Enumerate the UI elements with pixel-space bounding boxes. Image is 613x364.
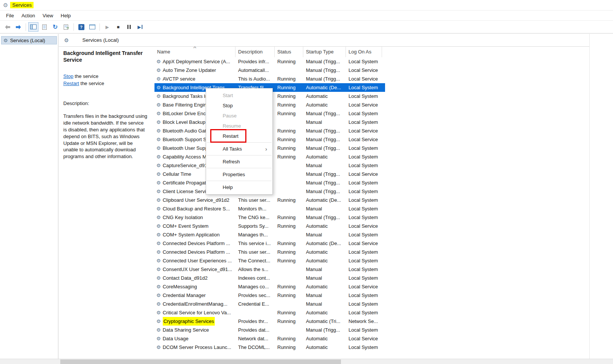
column-header-log-on-as[interactable]: Log On As: [346, 47, 382, 57]
service-startup-type: Manual: [303, 265, 346, 274]
restart-service-link[interactable]: Restart: [63, 81, 79, 86]
table-row[interactable]: ⚙AppX Deployment Service (A...Provides i…: [154, 57, 385, 66]
document-list-icon: [42, 24, 47, 30]
service-status: Running: [275, 317, 303, 326]
export-button[interactable]: [61, 22, 71, 32]
context-menu-item-label: Properties: [223, 172, 245, 177]
service-logon-as: Local Service: [346, 239, 382, 248]
context-menu-item-refresh[interactable]: Refresh: [206, 157, 272, 167]
service-logon-as: Local System: [346, 256, 382, 265]
service-logon-as: Local System: [346, 196, 382, 204]
column-header-description[interactable]: Description: [235, 47, 275, 57]
menu-file[interactable]: File: [2, 12, 18, 20]
service-name-cell: ⚙Clipboard User Service_d91d2: [154, 196, 235, 204]
service-status: [275, 230, 303, 239]
service-name-text: Cloud Backup and Restore S...: [163, 204, 230, 213]
table-row[interactable]: ⚙Connected Devices Platform ...This serv…: [154, 239, 385, 248]
table-row[interactable]: ⚙Data UsageNetwork dat...RunningAutomati…: [154, 334, 385, 343]
back-button[interactable]: [2, 22, 12, 32]
table-row[interactable]: ⚙AVCTP serviceThis is Audio...RunningMan…: [154, 75, 385, 83]
table-row[interactable]: ⚙CoreMessagingManages co...RunningAutoma…: [154, 282, 385, 291]
service-status: [275, 204, 303, 213]
context-menu-item-stop[interactable]: Stop: [206, 101, 272, 111]
service-startup-type: Automatic: [303, 152, 346, 161]
service-status: Running: [275, 101, 303, 109]
horizontal-scrollbar[interactable]: [0, 359, 613, 364]
service-name-cell: ⚙Auto Time Zone Updater: [154, 66, 235, 75]
context-menu-item-label: Restart: [223, 133, 238, 139]
service-logon-as: Local Service: [346, 126, 382, 135]
table-row[interactable]: ⚙COM+ Event SystemSupports Sy...RunningA…: [154, 222, 385, 230]
service-logon-as: Local System: [346, 161, 382, 170]
service-startup-type: Automatic: [303, 222, 346, 230]
service-status: [275, 66, 303, 75]
service-name-text: Cellular Time: [163, 170, 191, 178]
table-row[interactable]: ⚙Credential ManagerProvides sec...Runnin…: [154, 291, 385, 300]
service-startup-type: Manual (Trigg...: [303, 170, 346, 178]
menu-view[interactable]: View: [39, 12, 57, 20]
service-logon-as: Local System: [346, 109, 382, 118]
console-tree-toggle-button[interactable]: [28, 22, 38, 32]
export-list-button[interactable]: [39, 22, 49, 32]
action-pane-toggle-button[interactable]: [87, 22, 97, 32]
pause-service-button[interactable]: [124, 22, 134, 32]
service-gear-icon: ⚙: [156, 267, 161, 272]
service-startup-type: Manual (Trigg...: [303, 126, 346, 135]
service-status: [275, 326, 303, 334]
service-gear-icon: ⚙: [156, 128, 161, 133]
table-row[interactable]: ⚙Cloud Backup and Restore S...Monitors t…: [154, 204, 385, 213]
stop-service-link[interactable]: Stop: [63, 73, 73, 79]
table-row[interactable]: ⚙ConsentUX User Service_d91...Allows the…: [154, 265, 385, 274]
service-name-text: Auto Time Zone Updater: [163, 66, 216, 75]
table-row[interactable]: ⚙Clipboard User Service_d91d2This user s…: [154, 196, 385, 204]
service-name-cell: ⚙COM+ Event System: [154, 222, 235, 230]
service-description: Indexes cont...: [235, 274, 275, 282]
services-gear-icon: ⚙: [64, 38, 69, 43]
column-header-name[interactable]: ∧ Name: [154, 47, 235, 57]
service-gear-icon: ⚙: [156, 310, 161, 315]
menu-help[interactable]: Help: [57, 12, 75, 20]
table-row[interactable]: ⚙Connected User Experiences ...The Conne…: [154, 256, 385, 265]
column-header-startup-type[interactable]: Startup Type: [303, 47, 346, 57]
service-name-text: Cryptographic Services: [163, 317, 215, 326]
table-row[interactable]: ⚙Cryptographic ServicesProvides thr...Ru…: [154, 317, 385, 326]
service-name-text: Certificate Propagation: [163, 178, 212, 187]
context-menu-item-all-tasks[interactable]: All Tasks›: [206, 144, 272, 154]
forward-button[interactable]: [13, 22, 23, 32]
context-menu-item-help[interactable]: Help: [206, 182, 272, 192]
sidebar-item-services-local[interactable]: ⚙ Services (Local): [1, 36, 57, 44]
service-startup-type: Manual (Trigg...: [303, 178, 346, 187]
stop-service-button[interactable]: ■: [113, 22, 123, 32]
service-description: The Connect...: [235, 256, 275, 265]
tab-services-local[interactable]: ⚙ Services (Local): [64, 37, 119, 43]
service-name-text: Clipboard User Service_d91d2: [163, 196, 229, 204]
refresh-button[interactable]: ↻: [50, 22, 60, 32]
restart-service-button[interactable]: ▶: [135, 22, 145, 32]
context-menu-item-properties[interactable]: Properties: [206, 169, 272, 180]
service-name-text: Base Filtering Engine: [163, 101, 209, 109]
service-logon-as: Local System: [346, 326, 382, 334]
service-logon-as: Local System: [346, 213, 382, 222]
start-service-button[interactable]: ▶: [102, 22, 112, 32]
table-row[interactable]: ⚙DCOM Server Process Launc...The DCOML..…: [154, 343, 385, 352]
service-status: Running: [275, 308, 303, 317]
table-row[interactable]: ⚙CredentialEnrollmentManag...Credential …: [154, 300, 385, 308]
service-name-cell: ⚙Connected User Experiences ...: [154, 256, 235, 265]
service-gear-icon: ⚙: [156, 172, 161, 177]
table-row[interactable]: ⚙COM+ System ApplicationManages th...Man…: [154, 230, 385, 239]
table-row[interactable]: ⚙Data Sharing ServiceProvides dat...Manu…: [154, 326, 385, 334]
column-header-status[interactable]: Status: [275, 47, 303, 57]
table-row[interactable]: ⚙CNG Key IsolationThe CNG ke...RunningMa…: [154, 213, 385, 222]
table-row[interactable]: ⚙Connected Devices Platform ...This user…: [154, 248, 385, 256]
table-row[interactable]: ⚙Contact Data_d91d2Indexes cont...Manual…: [154, 274, 385, 282]
document-export-icon: [64, 24, 69, 30]
service-startup-type: Manual: [303, 230, 346, 239]
service-logon-as: Local Service: [346, 66, 382, 75]
help-button[interactable]: ?: [76, 22, 86, 32]
table-row[interactable]: ⚙Auto Time Zone UpdaterAutomaticall...Ma…: [154, 66, 385, 75]
scrollbar-thumb[interactable]: [60, 359, 341, 364]
menu-action[interactable]: Action: [18, 12, 39, 20]
table-row[interactable]: ⚙Critical Service for Lenovo Va...Runnin…: [154, 308, 385, 317]
context-menu-item-restart[interactable]: Restart: [206, 131, 272, 141]
sort-ascending-icon: ∧: [193, 47, 197, 49]
